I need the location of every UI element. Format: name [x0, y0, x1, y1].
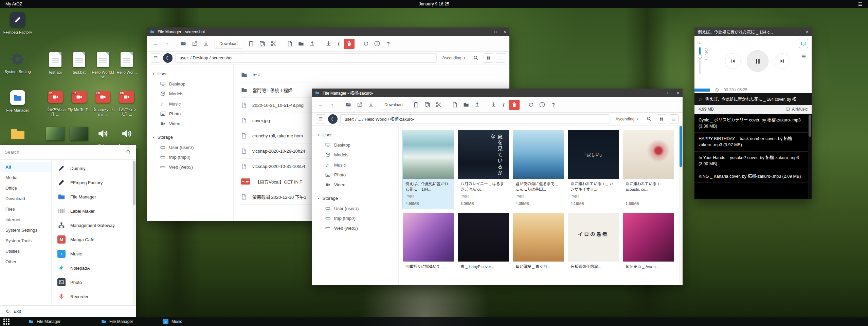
taskbar-item-file-manager-2[interactable]: File Manager [99, 317, 135, 326]
cast-button[interactable] [799, 39, 808, 48]
window-titlebar[interactable]: File Manager - screenshot — □ × [147, 27, 509, 36]
sidebar-user-header[interactable]: ▾User [312, 130, 398, 140]
breadcrumb[interactable]: user: / Desktop / screenshot [175, 53, 437, 63]
upload-icon[interactable] [472, 100, 482, 110]
taskbar-item-file-manager-1[interactable]: File Manager [26, 317, 62, 326]
dark-mode-icon[interactable]: ☾ [163, 53, 173, 63]
desktop-video-file[interactable]: HD 【東方Vocal】... [43, 89, 67, 117]
list-view-icon[interactable] [496, 53, 505, 63]
info-icon[interactable] [372, 39, 382, 49]
dark-mode-icon[interactable]: ☾ [328, 114, 338, 124]
back-icon[interactable]: ← [316, 100, 326, 110]
file-tile[interactable]: 命に嫌われている + acoustic co...1.69MB [623, 130, 674, 209]
file-tile-selected[interactable]: 例えば、今此処に置かれた花に _ 164....mp34.99MB [403, 130, 454, 209]
sidebar-item-desktop[interactable]: Desktop [312, 140, 398, 150]
help-icon[interactable]: ? [548, 100, 558, 110]
next-track-button[interactable] [775, 53, 790, 69]
app-launcher-icon[interactable] [3, 319, 10, 325]
info-icon[interactable] [537, 100, 547, 110]
sidebar-item-web-drive[interactable]: Web (web:/) [147, 162, 233, 172]
window-titlebar[interactable]: 例えば、今此処に置かれた花に _ 164 c... — × [694, 27, 812, 36]
menu-scrollbar[interactable] [132, 160, 136, 305]
up-icon[interactable]: ↑ [162, 39, 172, 49]
sidebar-item-video[interactable]: Video [147, 119, 233, 129]
topbar-menu-icon[interactable] [858, 2, 863, 6]
minimize-button[interactable]: — [484, 30, 488, 34]
close-button[interactable]: × [806, 30, 808, 34]
download-button[interactable]: Download [380, 100, 407, 110]
grid-view-icon[interactable] [484, 53, 493, 63]
help-icon[interactable]: ? [383, 39, 393, 49]
save-icon[interactable] [323, 39, 333, 49]
desktop-icon-file-manager[interactable]: File Manager [2, 90, 33, 113]
cut-icon[interactable] [433, 100, 444, 110]
search-icon[interactable] [471, 53, 481, 63]
sidebar-item-tmp-drive[interactable]: tmp (tmp:/) [147, 152, 233, 162]
start-menu-button[interactable]: My ArOZ [5, 2, 22, 6]
new-file-icon[interactable] [450, 100, 460, 110]
volume-handle[interactable] [698, 54, 702, 58]
category-system-settings[interactable]: System Settings [0, 225, 51, 235]
list-view-icon[interactable] [669, 114, 679, 124]
minimize-button[interactable]: — [657, 91, 661, 95]
maximize-button[interactable]: □ [668, 91, 670, 95]
player-menu-icon[interactable] [799, 52, 808, 61]
desktop-file-test-bat[interactable]: test.bat [67, 52, 91, 75]
up-icon[interactable]: ↑ [327, 100, 337, 110]
download-button[interactable]: Download [215, 39, 242, 49]
copy-icon[interactable] [257, 39, 267, 49]
back-icon[interactable]: ← [151, 39, 161, 49]
file-tile[interactable]: 君が夜の海に還るまで _ こんにちは谷田....mp34.35MB [513, 130, 564, 209]
list-menu-icon[interactable] [316, 114, 325, 124]
sidebar-item-user-drive[interactable]: User (user:/) [312, 204, 398, 213]
volume-slider[interactable]: + − [699, 41, 701, 81]
sort-dropdown[interactable]: Ascending▾ [442, 56, 465, 60]
cut-icon[interactable] [268, 39, 278, 49]
desktop-video-file[interactable]: HD 【恋するうた】... [115, 89, 139, 117]
desktop-icon-ffmpeg-factory[interactable]: FFmpeg Factory [2, 12, 33, 35]
desktop-icon-system-setting[interactable]: System Setting [2, 51, 33, 74]
delete-button[interactable] [509, 100, 520, 110]
window-titlebar[interactable]: File Manager - 柘榴-zakuro- — □ × [312, 89, 683, 97]
category-system-tools[interactable]: System Tools [0, 235, 51, 246]
download-icon[interactable] [366, 100, 376, 110]
playlist-scrollbar[interactable] [808, 114, 812, 199]
close-button[interactable]: × [504, 30, 506, 34]
sidebar-user-header[interactable]: ▾User [147, 69, 233, 79]
file-row[interactable]: test [241, 67, 502, 82]
desktop-file-hello-wor[interactable]: Hello Wor... [115, 52, 139, 75]
pause-button[interactable] [747, 50, 768, 72]
app-item-manga-cafe[interactable]: MManga Cafe [52, 232, 136, 247]
search-icon[interactable] [644, 114, 654, 124]
now-playing[interactable]: ♫ 例えば、今此処に置かれた花に _ 164 cover. by 柘 [694, 93, 812, 105]
playlist-item[interactable]: HAPPY BIRTHDAY _ back number cover. by 柘… [694, 133, 812, 151]
category-utilities[interactable]: Utilities [0, 246, 51, 256]
file-tile[interactable]: 夏を見ているかな 八月のレイニー _ はるまきごはん co....mp33.06… [458, 130, 509, 209]
new-folder-icon[interactable] [461, 100, 471, 110]
app-item-file-manager[interactable]: File Manager [52, 190, 136, 204]
sidebar-item-web-drive[interactable]: Web (web:/) [312, 223, 398, 233]
desktop-file-hello-world[interactable]: Hello World.txt [91, 52, 115, 80]
playlist-item[interactable]: Cynic _ ポリスピカデリー cover. by 柘榴-zakuro-.mp… [694, 114, 812, 133]
breadcrumb[interactable]: user: / ... / Hello World / 柘榴-zakuro- [340, 114, 610, 124]
grid-view-icon[interactable] [657, 114, 666, 124]
refresh-icon[interactable] [526, 100, 536, 110]
category-files[interactable]: Files [0, 204, 51, 214]
list-menu-icon[interactable] [151, 53, 160, 63]
maximize-button[interactable]: □ [494, 30, 497, 34]
sidebar-item-user-drive[interactable]: User (user:/) [147, 142, 233, 152]
open-folder-icon[interactable] [178, 39, 188, 49]
search-input[interactable] [5, 150, 123, 155]
sidebar-item-models[interactable]: Models [147, 89, 233, 99]
taskbar-item-music[interactable]: ♪ Music [161, 317, 184, 326]
rename-icon[interactable]: I [500, 100, 508, 110]
seek-bar[interactable]: 00:39 / 05:25 [694, 87, 812, 93]
share-icon[interactable] [355, 100, 365, 110]
app-item-system-setting[interactable]: System Setting [52, 304, 136, 305]
open-folder-icon[interactable] [343, 100, 354, 110]
sidebar-item-photo[interactable]: Photo [312, 170, 398, 180]
sidebar-item-music[interactable]: ♫Music [312, 160, 398, 170]
category-media[interactable]: Media [0, 172, 51, 183]
app-item-music[interactable]: ♪Music [52, 247, 136, 261]
sidebar-item-desktop[interactable]: Desktop [147, 79, 233, 89]
